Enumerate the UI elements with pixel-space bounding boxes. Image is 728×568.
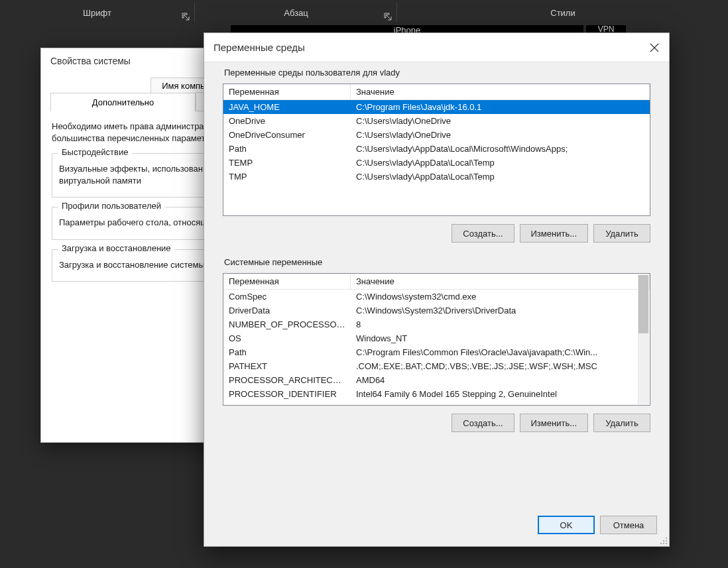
table-row[interactable]: OneDriveConsumerC:\Users\vlady\OneDrive [223,128,650,142]
var-name-cell: OneDrive [223,114,351,128]
ribbon-group-font-label: Шрифт [83,8,111,18]
table-row[interactable]: PathC:\Users\vlady\AppData\Local\Microso… [223,142,650,156]
var-value-cell: C:\Users\vlady\AppData\Local\Microsoft\W… [351,142,650,156]
table-row[interactable]: ComSpecC:\Windows\system32\cmd.exe [223,290,650,304]
ribbon-group-font: Шрифт [0,0,194,25]
svg-point-5 [666,543,667,544]
ribbon-separator [396,3,397,23]
ribbon-separator [194,3,195,23]
col-variable-header[interactable]: Переменная [223,84,351,99]
var-name-cell: PATHEXT [223,359,351,373]
paragraph-dialog-launcher-icon[interactable] [383,12,393,21]
ribbon-bar: Шрифт Абзац Стили [0,0,728,25]
table-row[interactable]: OneDriveC:\Users\vlady\OneDrive [223,114,650,128]
var-value-cell: Windows_NT [351,331,650,345]
system-vars-scrollbar[interactable] [638,274,649,404]
var-value-cell: 8 [351,317,650,331]
var-value-cell: Intel64 Family 6 Model 165 Stepping 2, G… [351,387,650,401]
user-edit-button[interactable]: Изменить... [520,224,588,243]
font-dialog-launcher-icon[interactable] [181,12,190,21]
svg-point-1 [663,540,664,541]
svg-point-2 [666,540,667,541]
col-value-header[interactable]: Значение [351,84,650,99]
system-vars-legend: Системные переменные [220,257,326,267]
user-create-button[interactable]: Создать... [452,224,514,243]
performance-legend: Быстродействие [58,147,132,157]
table-row[interactable]: DriverDataC:\Windows\System32\Drivers\Dr… [223,304,650,317]
var-name-cell: OS [223,331,351,345]
table-row[interactable]: PATHEXT.COM;.EXE;.BAT;.CMD;.VBS;.VBE;.JS… [223,359,650,373]
table-row[interactable]: NUMBER_OF_PROCESSORS8 [223,317,650,331]
env-title: Переменные среды [213,42,305,53]
system-delete-button[interactable]: Удалить [593,414,650,432]
var-value-cell: C:\Windows\System32\Drivers\DriverData [351,304,650,317]
user-profiles-legend: Профили пользователей [58,201,165,211]
var-name-cell: TMP [223,170,351,184]
svg-point-0 [666,538,667,539]
var-value-cell: C:\Program Files\Common Files\Oracle\Jav… [351,345,650,359]
table-row[interactable]: PathC:\Program Files\Common Files\Oracle… [223,345,650,359]
env-titlebar[interactable]: Переменные среды [204,33,669,62]
system-properties-title: Свойства системы [50,56,131,66]
var-name-cell: Path [223,142,351,156]
boot-recovery-legend: Загрузка и восстановление [58,243,175,253]
svg-point-4 [663,543,664,544]
table-row[interactable]: OSWindows_NT [223,331,650,345]
table-row[interactable]: TEMPC:\Users\vlady\AppData\Local\Temp [223,156,650,170]
var-name-cell: DriverData [223,304,351,317]
col-value-header[interactable]: Значение [351,274,650,289]
var-value-cell: C:\Program Files\Java\jdk-16.0.1 [351,100,650,114]
user-vars-section: Переменные среды пользователя для vlady … [216,74,657,252]
tab-advanced[interactable]: Дополнительно [50,93,196,111]
table-row[interactable]: PROCESSOR_ARCHITECTU...AMD64 [223,373,650,387]
svg-point-3 [660,543,662,544]
system-create-button[interactable]: Создать... [452,414,514,432]
var-name-cell: ComSpec [223,290,351,304]
user-vars-table[interactable]: Переменная Значение JAVA_HOMEC:\Program … [223,84,650,216]
system-vars-header: Переменная Значение [223,274,650,290]
system-vars-section: Системные переменные Переменная Значение… [216,264,657,441]
scrollbar-thumb[interactable] [638,275,648,333]
var-value-cell: C:\Users\vlady\OneDrive [351,114,650,128]
cancel-button[interactable]: Отмена [600,516,657,534]
ribbon-group-styles-label: Стили [550,8,575,18]
var-value-cell: .COM;.EXE;.BAT;.CMD;.VBS;.VBE;.JS;.JSE;.… [351,359,650,373]
var-name-cell: OneDriveConsumer [223,128,351,142]
resize-grip-icon[interactable] [657,534,668,545]
ribbon-group-styles: Стили [398,0,728,25]
col-variable-header[interactable]: Переменная [223,274,351,289]
system-vars-table[interactable]: Переменная Значение ComSpecC:\Windows\sy… [223,273,650,406]
var-value-cell: C:\Users\vlady\OneDrive [351,128,650,142]
environment-variables-dialog: Переменные среды Переменные среды пользо… [204,32,670,547]
var-value-cell: C:\Users\vlady\AppData\Local\Temp [351,156,650,170]
table-row[interactable]: TMPC:\Users\vlady\AppData\Local\Temp [223,170,650,184]
var-name-cell: PROCESSOR_ARCHITECTU... [223,373,351,387]
user-vars-header: Переменная Значение [223,84,650,100]
table-row[interactable]: PROCESSOR_IDENTIFIERIntel64 Family 6 Mod… [223,387,650,401]
close-icon [650,43,659,52]
ribbon-group-paragraph-label: Абзац [284,8,308,18]
var-name-cell: NUMBER_OF_PROCESSORS [223,317,351,331]
var-name-cell: PROCESSOR_IDENTIFIER [223,387,351,401]
close-button[interactable] [640,33,669,62]
var-name-cell: Path [223,345,351,359]
system-edit-button[interactable]: Изменить... [520,414,588,432]
var-value-cell: C:\Users\vlady\AppData\Local\Temp [351,170,650,184]
user-delete-button[interactable]: Удалить [593,224,650,243]
user-vars-legend: Переменные среды пользователя для vlady [220,68,404,78]
var-name-cell: TEMP [223,156,351,170]
ok-button[interactable]: OK [538,516,595,534]
var-value-cell: AMD64 [351,373,650,387]
ribbon-group-paragraph: Абзац [196,0,396,25]
var-value-cell: C:\Windows\system32\cmd.exe [351,290,650,304]
table-row[interactable]: JAVA_HOMEC:\Program Files\Java\jdk-16.0.… [223,100,650,114]
var-name-cell: JAVA_HOME [223,100,351,114]
